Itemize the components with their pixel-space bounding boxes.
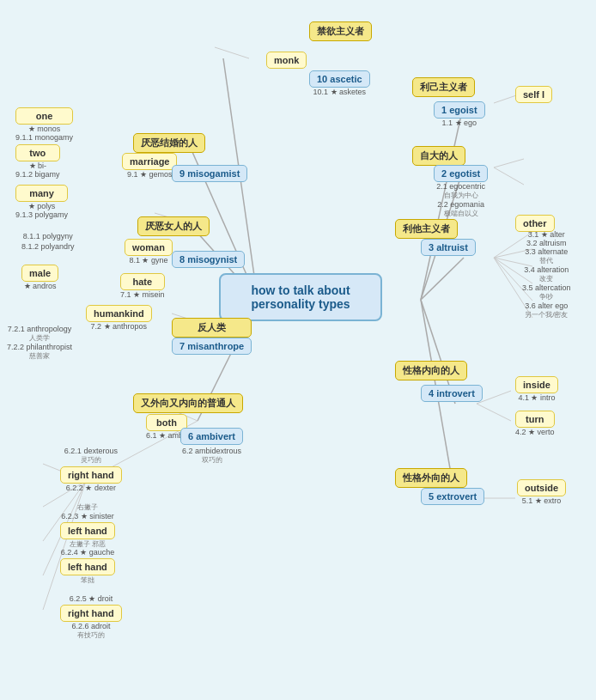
self-i-node: self I bbox=[515, 86, 552, 103]
misanthrope-cn-box: 反人类 bbox=[172, 318, 252, 338]
extrovert-box: 5 extrovert bbox=[421, 488, 484, 505]
misogynist-box: 8 misogynist bbox=[172, 251, 245, 268]
egoist-cn-node: 利己主义者 bbox=[412, 77, 475, 97]
humankind-box: humankind bbox=[86, 305, 152, 322]
altruist-node: 3 altruist bbox=[421, 239, 476, 256]
left-hand2-box: left hand bbox=[60, 522, 115, 539]
ascetic-num-node: 10 ascetic 10.1 ★ asketes bbox=[309, 70, 370, 96]
svg-line-20 bbox=[477, 404, 511, 421]
woman-box: woman bbox=[125, 239, 173, 256]
one-node: one ★ monos 9.1.1 monogamy bbox=[15, 107, 73, 142]
outside-box: outside bbox=[517, 479, 566, 496]
misogynist-cn-box: 厌恶女人的人 bbox=[137, 216, 210, 236]
right-hand2-box: right hand bbox=[60, 605, 122, 622]
misogamist-cn-node: 厌恶结婚的人 bbox=[133, 133, 205, 153]
misanthrope-node: 反人类 7 misanthrope bbox=[172, 318, 252, 355]
ambivert-cn-node: 又外向又内向的普通人 bbox=[133, 393, 243, 413]
introvert-cn-box: 性格内向的人 bbox=[395, 361, 467, 380]
ambivert-node: 6 ambivert 6.2 ambidextrous 双巧的 bbox=[180, 428, 243, 465]
many-node: many ★ polys 9.1.3 polygamy bbox=[15, 185, 68, 219]
two-box: two bbox=[15, 144, 60, 161]
ascetic-cn-box: 禁欲主义者 bbox=[309, 21, 372, 41]
hate-box: hate bbox=[120, 273, 165, 290]
egotist-cn-node: 自大的人 bbox=[412, 146, 465, 166]
ego-text: 1.1 ★ ego bbox=[434, 119, 485, 127]
egomania-text: 2.2 egomania bbox=[434, 200, 488, 209]
misogamist-box: 9 misogamist bbox=[172, 165, 247, 182]
altruist-subs: 3.1 ★ alter 3.2 altruism 3.3 alternate 替… bbox=[522, 230, 571, 320]
monk-node: monk bbox=[266, 52, 307, 69]
humankind-node: humankind 7.2 ★ anthropos bbox=[86, 305, 152, 331]
egoist-node: 1 egoist 1.1 ★ ego bbox=[434, 101, 485, 127]
center-label: how to talk about personality types bbox=[219, 273, 382, 321]
outside-node: outside 5.1 ★ extro bbox=[517, 479, 566, 505]
marriage-node: marriage 9.1 ★ gemos bbox=[122, 153, 177, 179]
sinister-node: 右撇子 6.2.3 ★ sinister left hand 左撇子 邪恶 bbox=[60, 502, 115, 549]
egotist-cn-box: 自大的人 bbox=[412, 146, 465, 166]
egoist-box: 1 egoist bbox=[434, 101, 485, 119]
introvert-cn-node: 性格内向的人 bbox=[395, 361, 467, 380]
dexterous-node: 6.2.1 dexterous 灵巧的 right hand 6.2.2 ★ d… bbox=[60, 447, 122, 492]
introvert-node: 4 introvert bbox=[421, 385, 483, 402]
misogynist-cn-node: 厌恶女人的人 bbox=[137, 216, 210, 236]
inside-box: inside bbox=[515, 376, 558, 393]
right-hand1-box: right hand bbox=[60, 466, 122, 484]
misogamist-node: 9 misogamist bbox=[172, 165, 247, 182]
altruist-box: 3 altruist bbox=[421, 239, 476, 256]
left-hand3-box: left hand bbox=[60, 558, 115, 575]
polygyny-node: 8.1.1 polygyny 8.1.2 polyandry bbox=[21, 232, 75, 251]
male-box: male bbox=[21, 265, 58, 282]
turn-node: turn 4.2 ★ verto bbox=[515, 411, 555, 436]
egotist-box: 2 egotist bbox=[434, 165, 488, 182]
misanthrope-box: 7 misanthrope bbox=[172, 338, 252, 355]
egocentric-text: 2.1 egocentric bbox=[434, 182, 488, 191]
altruist-cn-node: 利他主义者 bbox=[395, 219, 458, 239]
gauche-node: 6.2.4 ★ gauche left hand 笨拙 bbox=[60, 548, 115, 585]
misogynist-node: 8 misogynist bbox=[172, 251, 245, 268]
other-node: other bbox=[515, 215, 555, 232]
center-node: how to talk about personality types bbox=[219, 273, 382, 321]
woman-node: woman 8.1 ★ gyne bbox=[125, 239, 173, 265]
inside-node: inside 4.1 ★ intro bbox=[515, 376, 558, 402]
ascetic-cn-node: 禁欲主义者 bbox=[309, 21, 372, 41]
extrovert-node: 5 extrovert bbox=[421, 488, 484, 505]
svg-line-12 bbox=[494, 167, 524, 185]
ascetic-num-box: 10 ascetic bbox=[309, 70, 370, 88]
svg-line-2 bbox=[421, 258, 464, 300]
ambivert-box: 6 ambivert bbox=[180, 428, 243, 445]
svg-line-11 bbox=[494, 159, 524, 167]
egocentric-cn: 自我为中心 bbox=[434, 191, 488, 200]
extrovert-cn-node: 性格外向的人 bbox=[395, 468, 467, 488]
self-i-box: self I bbox=[515, 86, 552, 103]
many-box: many bbox=[15, 185, 68, 202]
mind-map: how to talk about personality types 禁欲主义… bbox=[0, 0, 596, 700]
male-node: male ★ andros bbox=[21, 265, 58, 290]
two-node: two ★ bi- 9.1.2 bigamy bbox=[15, 144, 60, 179]
hate-node: hate 7.1 ★ misein bbox=[120, 273, 165, 299]
svg-line-22 bbox=[215, 47, 249, 58]
monk-box: monk bbox=[266, 52, 307, 69]
anthropology-node: 7.2.1 anthropology 人类学 7.2.2 philanthrop… bbox=[7, 325, 72, 361]
droit-node: 6.2.5 ★ droit right hand 6.2.6 adroit 有技… bbox=[60, 594, 122, 640]
asketes-text: 10.1 ★ asketes bbox=[309, 88, 370, 96]
extrovert-cn-box: 性格外向的人 bbox=[395, 468, 467, 488]
one-box: one bbox=[15, 107, 73, 125]
misogamist-cn-box: 厌恶结婚的人 bbox=[133, 133, 205, 153]
marriage-box: marriage bbox=[122, 153, 177, 170]
egotist-node: 2 egotist 2.1 egocentric 自我为中心 2.2 egoma… bbox=[434, 165, 488, 218]
turn-box: turn bbox=[515, 411, 555, 428]
egomania-cn: 极端自以义 bbox=[434, 209, 488, 218]
introvert-box: 4 introvert bbox=[421, 385, 483, 402]
egoist-cn-box: 利己主义者 bbox=[412, 77, 475, 97]
altruist-cn-box: 利他主义者 bbox=[395, 219, 458, 239]
ambivert-cn-box: 又外向又内向的普通人 bbox=[133, 393, 243, 413]
other-box: other bbox=[515, 215, 555, 232]
